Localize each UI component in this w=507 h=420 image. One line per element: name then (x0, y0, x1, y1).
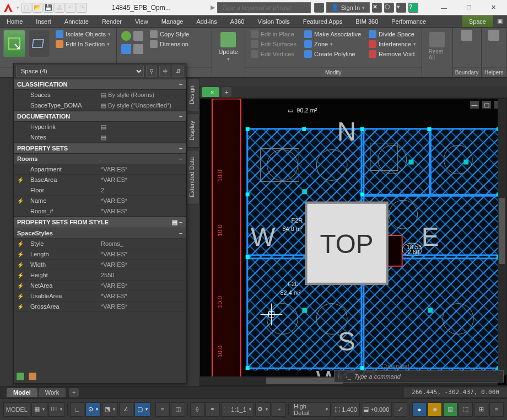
anno-visibility-icon[interactable]: ⚭ (206, 402, 220, 417)
ribbon-tab-a360[interactable]: A360 (224, 15, 251, 27)
isolate-objects-button[interactable]: Isolate Objects▾ (53, 30, 113, 39)
prop-row[interactable]: Spaces▤ By style (Rooms) (14, 90, 186, 100)
infocenter-icon[interactable] (314, 3, 324, 13)
status-units-icon[interactable]: ⊞ (474, 402, 488, 417)
selection-type-select[interactable]: Space (4) (16, 66, 144, 77)
copy-style-button[interactable]: Copy Style (148, 30, 191, 39)
tool-icon-2[interactable] (133, 31, 143, 41)
ribbon-tab-annotate[interactable]: Annotate (58, 15, 95, 27)
edit-in-section-button[interactable]: Edit In Section▾ (53, 40, 113, 49)
search-play-icon[interactable]: ▶ (211, 4, 215, 11)
qat-redo-icon[interactable]: ↷ (77, 3, 87, 13)
annoscale-icon[interactable]: ⟠ (190, 402, 204, 417)
otrack-icon[interactable]: ∠ (119, 402, 133, 417)
qat-open-icon[interactable]: 📂 (33, 3, 42, 13)
ribbon-tab-insert[interactable]: Insert (29, 15, 58, 27)
tool-icon[interactable] (121, 31, 131, 41)
status-surface-icon[interactable]: ▧ (443, 402, 457, 417)
select-objects-icon[interactable]: ✛ (159, 66, 170, 77)
drawing-viewport[interactable]: 10.0 10.0 10.0 10.0 ▭ 90.2 m² F2R 84.0 m… (199, 98, 507, 386)
prop-row[interactable]: ⚡UsableArea*VARIES* (14, 291, 186, 301)
prop-section[interactable]: PROPERTY SETS – (14, 143, 186, 154)
app-logo[interactable] (0, 0, 17, 15)
ribbon-tab-performance[interactable]: Performance (385, 15, 433, 27)
prop-row[interactable]: ⚡Width*VARIES* (14, 260, 186, 270)
prop-row[interactable]: Floor2 (14, 185, 186, 196)
pickadd-icon[interactable]: ⇵ (172, 66, 184, 77)
work-tab[interactable]: Work (39, 388, 66, 397)
isoplane-icon[interactable]: ⬔▾ (102, 402, 118, 417)
qat-new-icon[interactable]: ▢ (21, 3, 31, 13)
exchange-icon[interactable]: ✕ (372, 3, 382, 13)
ribbon-tab-manage[interactable]: Manage (155, 15, 190, 27)
help-icon[interactable]: ? (408, 3, 418, 13)
qat-save-icon[interactable]: 💾 (44, 3, 53, 13)
prop-subsection[interactable]: SpaceStyles– (14, 228, 186, 239)
viewport-maximize-icon[interactable]: ▢ (482, 101, 491, 109)
prop-row[interactable]: ⚡BaseArea*VARIES* (14, 175, 186, 185)
prop-row[interactable]: ⚡GrossArea*VARIES* (14, 301, 186, 312)
lineweight-icon[interactable]: ≡ (155, 402, 170, 417)
stay-connected-icon[interactable]: ▾ (396, 3, 406, 13)
interference-button[interactable]: Interference▾ (366, 40, 418, 49)
snap-mode-icon[interactable]: ⁞⁞⁞▾ (48, 402, 66, 417)
drawing-canvas[interactable]: 10.0 10.0 10.0 10.0 ▭ 90.2 m² F2R 84.0 m… (200, 99, 506, 385)
create-polyline-button[interactable]: Create Polyline (302, 50, 363, 58)
ribbon-tab-render[interactable]: Render (95, 15, 128, 27)
status-gear-icon[interactable]: ⚙▾ (255, 402, 271, 417)
prop-section[interactable]: PROPERTY SETS FROM STYLE▤ – (14, 217, 186, 228)
ribbon-select-icon[interactable] (3, 30, 25, 57)
window-maximize-button[interactable]: ☐ (456, 0, 481, 15)
side-tab-extended-data[interactable]: Extended Data (186, 150, 199, 204)
prop-row[interactable]: ⚡StyleRooms_ (14, 239, 186, 249)
ribbon-tab-view[interactable]: View (128, 15, 155, 27)
viewport-minimize-icon[interactable]: — (470, 101, 479, 109)
ribbon-tab-home[interactable]: Home (0, 15, 29, 27)
polar-icon[interactable]: ⊙▾ (85, 402, 101, 417)
prop-row[interactable]: ⚡NetArea*VARIES* (14, 281, 186, 291)
status-model-button[interactable]: MODEL (3, 402, 30, 417)
help-search-input[interactable] (217, 2, 311, 13)
window-close-button[interactable]: ✕ (481, 0, 506, 15)
osnap-icon[interactable]: ▢▾ (134, 402, 150, 417)
divide-space-button[interactable]: Divide Space (366, 30, 418, 39)
side-tab-design[interactable]: Design (186, 78, 199, 111)
detail-level-button[interactable]: High Detail▾ (291, 402, 331, 417)
prop-section[interactable]: CLASSIFICATION – (14, 79, 186, 90)
prop-row[interactable]: ⚡Name*VARIES* (14, 196, 186, 206)
prop-row[interactable]: Appartment*VARIES* (14, 164, 186, 175)
drawing-tab-active[interactable]: × (202, 87, 219, 97)
status-toggle-1[interactable]: ● (412, 402, 427, 417)
ortho-icon[interactable]: ∟ (70, 402, 84, 417)
drawing-tab-add-button[interactable]: + (222, 87, 231, 97)
tool-icon-4[interactable] (133, 44, 143, 54)
boundary-icon[interactable] (461, 30, 472, 41)
make-associative-button[interactable]: Make Associative (302, 30, 363, 39)
prop-row[interactable]: ⚡Height2550 (14, 270, 186, 281)
ribbon-tab-visiontools[interactable]: Vision Tools (251, 15, 296, 27)
quick-select-icon[interactable]: ⚲ (146, 66, 157, 77)
ribbon-tab-featuredapps[interactable]: Featured Apps (296, 15, 349, 27)
prop-row[interactable]: SpaceType_BOMA▤ By style (*Unspecified*) (14, 100, 186, 111)
ribbon-tab-addins[interactable]: Add-ins (190, 15, 223, 27)
ribbon-object-viewer-icon[interactable] (29, 30, 51, 57)
sign-in-button[interactable]: 👤 Sign In ▾ (326, 2, 370, 13)
prop-row[interactable]: Hyperlink▤ (14, 122, 186, 132)
prop-footer-btn2[interactable] (28, 372, 37, 381)
prop-row[interactable]: Notes▤ (14, 132, 186, 143)
side-tab-display[interactable]: Display (186, 114, 199, 148)
ribbon-tab-space[interactable]: Space (462, 15, 493, 27)
status-plus-icon[interactable]: + (272, 402, 286, 417)
qat-plot-icon[interactable]: 🖶 (55, 3, 64, 13)
ribbon-minimize-button[interactable]: ▣ (493, 15, 507, 27)
replace-z-icon[interactable]: ⤢ (393, 402, 407, 417)
dimension-button[interactable]: Dimension (148, 40, 191, 49)
zone-button[interactable]: Zone▾ (302, 40, 363, 49)
status-aec-icon[interactable]: ⬚ (459, 402, 473, 417)
command-line[interactable]: ⁝⁝ ›_ Type a command (334, 370, 504, 383)
prop-row[interactable]: ⚡Length*VARIES* (14, 249, 186, 260)
helpers-icon[interactable] (488, 30, 499, 41)
status-layer-icon[interactable]: ◆ (428, 402, 442, 417)
prop-subsection[interactable]: Rooms– (14, 154, 186, 164)
layout-add-button[interactable]: + (69, 388, 79, 397)
